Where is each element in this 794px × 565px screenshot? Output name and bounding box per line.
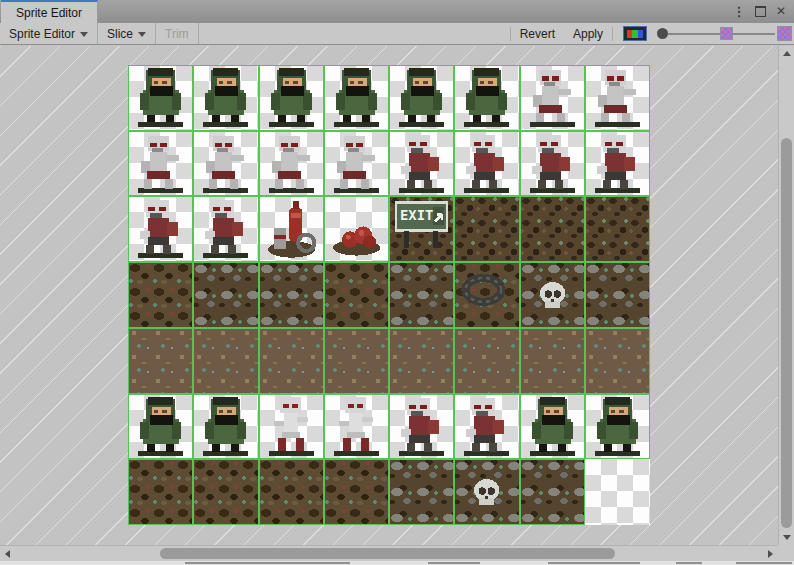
sprite-cell-dirt-plain[interactable]: [193, 328, 258, 394]
sprite-cell-dirt-rocky[interactable]: [193, 459, 258, 525]
sprite-cell-hooded[interactable]: [389, 65, 454, 131]
mip-texture-small-icon: [720, 27, 733, 40]
sprite-cell-extinguisher[interactable]: [259, 196, 324, 262]
sprite-cell-dirt-rocky[interactable]: [259, 459, 324, 525]
sprite-cell-dirt-plain[interactable]: [585, 328, 650, 394]
revert-button[interactable]: Revert: [510, 27, 564, 41]
kebab-menu-icon[interactable]: ⋮: [732, 4, 746, 18]
sprite-cell-zombie-red[interactable]: [389, 394, 454, 460]
zoom-and-mip-sliders: [657, 26, 794, 41]
close-icon[interactable]: ✕: [774, 4, 788, 18]
apply-button[interactable]: Apply: [564, 27, 613, 41]
sprite-cell-dirt-plain[interactable]: [454, 328, 519, 394]
sprite-cell-skel-white[interactable]: [324, 394, 389, 460]
zoom-slider-knob[interactable]: [657, 28, 668, 39]
sprite-cell-hooded[interactable]: [259, 65, 324, 131]
sprite-cell-hooded[interactable]: [585, 394, 650, 460]
sprite-cell-dirt-debris[interactable]: [520, 459, 585, 525]
trim-button[interactable]: Trim: [156, 23, 199, 44]
scroll-down-arrow-icon[interactable]: [783, 535, 791, 540]
sprite-cell-hooded[interactable]: [193, 65, 258, 131]
sprite-cell-zombie-red[interactable]: [454, 131, 519, 197]
sprite-cell-dirt-rocky[interactable]: [128, 262, 193, 328]
sprite-cell-dirt-rocky[interactable]: [324, 459, 389, 525]
tab-title: Sprite Editor: [16, 6, 82, 20]
window-titlebar: Sprite Editor ⋮ ✕: [0, 0, 794, 24]
texture-canvas[interactable]: EXIT: [0, 46, 778, 545]
sprite-cell-zombie-red[interactable]: [520, 131, 585, 197]
mip-texture-large-icon: [777, 26, 792, 41]
sprite-cell-zombie-white[interactable]: [520, 65, 585, 131]
sprite-cell-zombie-white[interactable]: [193, 131, 258, 197]
sprite-cell-zombie-red[interactable]: [128, 196, 193, 262]
sprite-cell-zombie-red[interactable]: [193, 196, 258, 262]
slice-menu-button[interactable]: Slice: [98, 23, 156, 44]
vertical-scrollbar[interactable]: [778, 46, 794, 545]
maximize-icon[interactable]: [753, 4, 767, 18]
sprite-editor-menu-button[interactable]: Sprite Editor: [0, 23, 98, 44]
sprite-cell-zombie-white[interactable]: [259, 131, 324, 197]
sprite-cell-empty: [585, 459, 650, 525]
scroll-left-arrow-icon[interactable]: [5, 550, 10, 558]
scroll-right-arrow-icon[interactable]: [768, 550, 773, 558]
sprite-cell-dirt-debris[interactable]: [389, 262, 454, 328]
sprite-cell-skel-white[interactable]: [259, 394, 324, 460]
scroll-up-arrow-icon[interactable]: [783, 51, 791, 56]
sprite-cell-zombie-white[interactable]: [128, 131, 193, 197]
sprite-cell-zombie-red[interactable]: [454, 394, 519, 460]
sprite-cell-dirt-dark[interactable]: [585, 196, 650, 262]
sprite-cell-dirt-rocky[interactable]: [128, 459, 193, 525]
chevron-down-icon: [138, 32, 146, 37]
mip-slider-track[interactable]: [733, 33, 775, 35]
clipped-bottom-edge: [0, 561, 794, 565]
sprite-cell-dirt-skull[interactable]: [454, 459, 519, 525]
sprite-cell-dirt-dark[interactable]: [454, 196, 519, 262]
sprite-cell-dirt-tire[interactable]: [454, 262, 519, 328]
sprite-cell-dirt-debris[interactable]: [389, 459, 454, 525]
vertical-scrollbar-thumb[interactable]: [781, 138, 792, 528]
sprite-cell-dirt-plain[interactable]: [259, 328, 324, 394]
sprite-cell-dirt-debris[interactable]: [259, 262, 324, 328]
sprite-sheet[interactable]: EXIT: [128, 65, 650, 525]
sprite-cell-dirt-debris[interactable]: [585, 262, 650, 328]
rgb-color-toggle-icon[interactable]: [623, 26, 647, 41]
sprite-cell-zombie-white[interactable]: [585, 65, 650, 131]
sprite-cell-hooded[interactable]: [454, 65, 519, 131]
sprite-editor-window: Sprite Editor ⋮ ✕ Sprite Editor Slice Tr…: [0, 0, 794, 565]
tab-sprite-editor[interactable]: Sprite Editor: [1, 0, 98, 23]
horizontal-scrollbar[interactable]: [0, 545, 778, 561]
sprite-cell-hooded[interactable]: [128, 394, 193, 460]
svg-text:EXIT: EXIT: [400, 208, 433, 224]
sprite-cell-hooded[interactable]: [324, 65, 389, 131]
scrollbar-corner: [778, 545, 794, 561]
sprite-cell-zombie-white[interactable]: [324, 131, 389, 197]
horizontal-scrollbar-thumb[interactable]: [160, 548, 615, 559]
sprite-cell-zombie-red[interactable]: [389, 131, 454, 197]
sprite-cell-dirt-debris[interactable]: [193, 262, 258, 328]
sprite-cell-dirt-plain[interactable]: [324, 328, 389, 394]
sprite-cell-dirt-plain[interactable]: [520, 328, 585, 394]
sprite-cell-dirt-skull[interactable]: [520, 262, 585, 328]
sprite-cell-dirt-plain[interactable]: [389, 328, 454, 394]
sprite-cell-dirt-plain[interactable]: [128, 328, 193, 394]
sprite-cell-exit[interactable]: EXIT: [389, 196, 454, 262]
sprite-cell-hooded[interactable]: [193, 394, 258, 460]
zoom-slider-track[interactable]: [668, 33, 720, 35]
sprite-cell-hooded[interactable]: [128, 65, 193, 131]
sprite-cell-zombie-red[interactable]: [585, 131, 650, 197]
sprite-cell-dirt-rocky[interactable]: [324, 262, 389, 328]
sprite-cell-dirt-dark[interactable]: [520, 196, 585, 262]
chevron-down-icon: [80, 32, 88, 37]
toolbar: Sprite Editor Slice Trim Revert Apply: [0, 23, 794, 45]
sprite-cell-meat[interactable]: [324, 196, 389, 262]
sprite-cell-hooded[interactable]: [520, 394, 585, 460]
